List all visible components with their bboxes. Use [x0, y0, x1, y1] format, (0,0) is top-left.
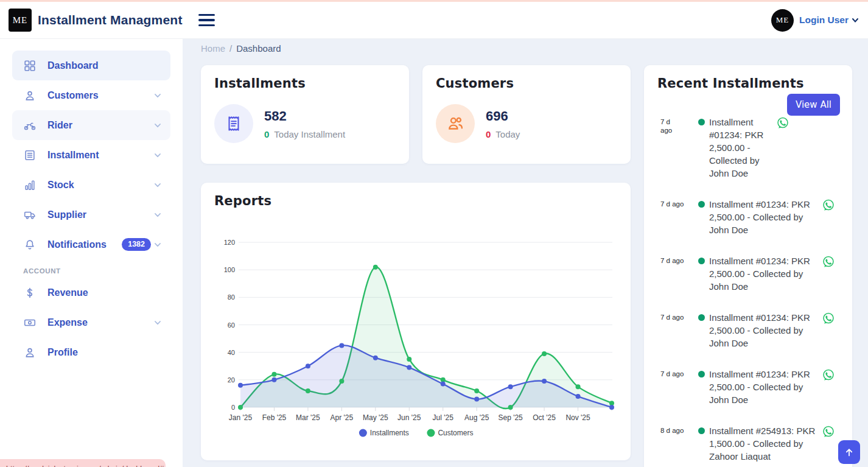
sidebar-item-label: Profile [47, 347, 78, 358]
dollar-icon [23, 286, 37, 300]
installment-list-item: 7 d agoInstallment #01234: PKR 2,500.00 … [644, 255, 852, 293]
chevron-down-icon[interactable] [153, 121, 162, 130]
whatsapp-icon[interactable] [776, 116, 791, 132]
customers-today-delta: 0 [486, 129, 491, 139]
person-icon [23, 346, 37, 359]
installment-list-item: 8 d agoInstallment #254913: PKR 1,500.00… [644, 424, 852, 463]
item-time: 7 d ago [660, 368, 695, 378]
sidebar-item-revenue[interactable]: Revenue [12, 278, 170, 307]
view-all-button[interactable]: View All [787, 94, 840, 116]
sidebar-item-label: Dashboard [47, 60, 99, 71]
stat-card-title: Installments [201, 65, 409, 91]
account-section-label: ACCOUNT [23, 267, 183, 275]
sidebar-item-rider[interactable]: Rider [12, 110, 170, 140]
scroll-to-top-button[interactable] [838, 440, 860, 464]
chevron-down-icon[interactable] [153, 181, 162, 189]
user-menu[interactable]: ME Login User [771, 9, 868, 32]
installment-list-item: 7 d agoInstallment #01234: PKR 2,500.00 … [644, 116, 852, 180]
status-dot-icon [698, 427, 705, 434]
status-url-bubble: https://madnielectronic.com/admin/dashbo… [0, 459, 166, 467]
item-text: Installment #01234: PKR 2,500.00 - Colle… [709, 311, 818, 349]
recent-installments-list: 7 d agoInstallment #01234: PKR 2,500.00 … [644, 116, 852, 467]
sidebar-item-supplier[interactable]: Supplier [12, 200, 170, 230]
svg-text:Jun '25: Jun '25 [397, 413, 421, 422]
item-text: Installment #01234: PKR 2,500.00 - Colle… [709, 116, 772, 180]
grid-icon [23, 59, 37, 72]
reports-line-chart[interactable]: 020406080100120Jan '25Feb '25Mar '25Apr … [201, 183, 631, 460]
item-text: Installment #01234: PKR 2,500.00 - Colle… [709, 368, 818, 406]
chevron-down-icon[interactable] [153, 91, 162, 100]
chevron-down-icon[interactable] [153, 241, 162, 249]
breadcrumb-current: Dashboard [236, 43, 281, 54]
sidebar-item-customers[interactable]: Customers [12, 80, 170, 110]
sidebar-item-installment[interactable]: Installment [12, 140, 170, 170]
whatsapp-icon[interactable] [822, 424, 836, 441]
user-avatar[interactable]: ME [771, 9, 794, 32]
bar-chart-icon [23, 178, 37, 192]
reports-chart-card: Reports 020406080100120Jan '25Feb '25Mar… [201, 183, 631, 460]
svg-text:Jul '25: Jul '25 [433, 413, 454, 422]
item-time: 7 d ago [660, 255, 695, 265]
svg-text:0: 0 [231, 404, 235, 411]
item-text: Installment #01234: PKR 2,500.00 - Colle… [709, 255, 818, 293]
people-icon [436, 104, 475, 143]
installment-list-item: 7 d agoInstallment #01234: PKR 2,500.00 … [644, 311, 852, 349]
chevron-down-icon[interactable] [153, 211, 162, 219]
sidebar-item-notifications[interactable]: Notifications1382 [12, 230, 170, 259]
svg-text:60: 60 [228, 321, 235, 329]
stat-card-title: Customers [422, 65, 631, 91]
status-dot-icon [698, 119, 705, 125]
installments-today-label: Today Installment [274, 129, 345, 139]
sidebar-item-stock[interactable]: Stock [12, 170, 170, 200]
svg-text:Oct '25: Oct '25 [533, 413, 556, 422]
installment-list-item: 7 d agoInstallment #01234: PKR 2,500.00 … [644, 198, 852, 236]
item-time: 7 d ago [660, 311, 695, 321]
truck-icon [23, 208, 37, 222]
customers-stat-card: Customers 696 0 Today [422, 65, 631, 164]
svg-text:Installments: Installments [370, 429, 409, 437]
recent-installments-title: Recent Installments [644, 65, 852, 91]
status-dot-icon [698, 371, 705, 377]
app-title: Installment Managment [38, 13, 183, 27]
whatsapp-icon[interactable] [822, 368, 836, 384]
installment-list-item: 7 d agoInstallment #01234: PKR 2,500.00 … [644, 368, 852, 406]
chevron-down-icon[interactable] [153, 151, 162, 160]
status-dot-icon [698, 201, 705, 208]
up-arrow-icon [844, 447, 855, 458]
sidebar-item-dashboard[interactable]: Dashboard [12, 51, 170, 80]
whatsapp-icon[interactable] [822, 255, 836, 271]
item-text: Installment #01234: PKR 2,500.00 - Colle… [709, 198, 818, 236]
banknote-icon [23, 316, 37, 329]
svg-text:Jan '25: Jan '25 [229, 413, 253, 422]
document-icon [23, 149, 37, 162]
motorcycle-icon [23, 119, 37, 132]
sidebar-item-label: Installment [47, 150, 99, 161]
svg-text:80: 80 [228, 293, 235, 301]
avatar-text: ME [776, 15, 789, 25]
customers-count: 696 [486, 108, 520, 124]
whatsapp-icon[interactable] [822, 311, 836, 328]
item-time: 7 d ago [660, 198, 695, 208]
menu-toggle-icon[interactable] [196, 12, 217, 29]
installments-count: 582 [264, 108, 345, 124]
breadcrumb-home-link[interactable]: Home [201, 43, 225, 54]
app-header: ME Installment Managment ME Login User [0, 2, 868, 39]
sidebar-item-expense[interactable]: Expense [12, 307, 170, 337]
sidebar-item-profile[interactable]: Profile [12, 337, 170, 367]
svg-text:40: 40 [228, 349, 235, 356]
customers-today-label: Today [495, 129, 520, 139]
chevron-down-icon[interactable] [153, 318, 162, 327]
svg-text:100: 100 [224, 266, 235, 273]
whatsapp-icon[interactable] [822, 198, 836, 214]
status-dot-icon [698, 258, 705, 264]
brand-logo[interactable]: ME [9, 9, 32, 32]
svg-text:Sep '25: Sep '25 [498, 413, 523, 422]
sidebar-item-label: Expense [47, 317, 88, 328]
notification-count-badge: 1382 [122, 238, 151, 251]
svg-text:May '25: May '25 [363, 413, 388, 422]
brand-logo-text: ME [13, 15, 28, 26]
svg-text:Customers: Customers [438, 429, 473, 437]
item-text: Installment #254913: PKR 1,500.00 - Coll… [709, 424, 818, 463]
svg-text:Mar '25: Mar '25 [296, 413, 320, 422]
brand: ME Installment Managment [0, 9, 217, 32]
